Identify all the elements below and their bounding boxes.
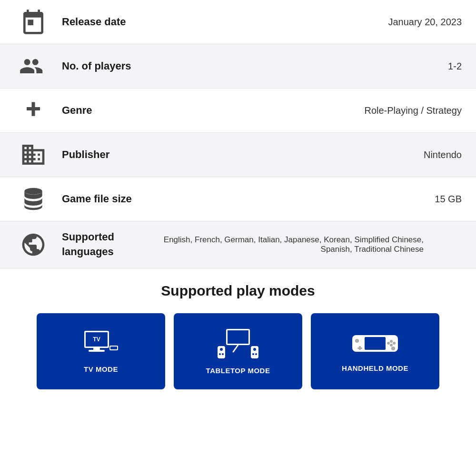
svg-point-28: [390, 344, 393, 347]
num-players-value: 1-2: [262, 61, 462, 72]
svg-point-18: [255, 353, 257, 355]
release-date-value: January 20, 2023: [262, 17, 462, 28]
tv-mode-icon: TV: [82, 329, 120, 359]
handheld-mode-label: HANDHELD MODE: [342, 364, 408, 372]
file-size-label: Game file size: [62, 193, 262, 205]
svg-point-22: [355, 339, 359, 343]
file-size-value: 15 GB: [262, 194, 462, 205]
svg-rect-15: [251, 346, 258, 358]
languages-row: Supported languages English, French, Ger…: [0, 221, 476, 268]
publisher-label: Publisher: [62, 149, 262, 161]
svg-rect-9: [228, 330, 248, 344]
play-modes-section-title: Supported play modes: [0, 268, 476, 308]
genre-value: Role-Playing / Strategy: [262, 105, 462, 116]
svg-rect-4: [89, 350, 105, 352]
svg-point-17: [252, 353, 254, 355]
tabletop-mode-card[interactable]: TABLETOP MODE: [174, 313, 302, 389]
tv-mode-card[interactable]: TV TV MODE: [37, 313, 165, 389]
num-players-label: No. of players: [62, 60, 262, 72]
publisher-icon: [14, 141, 52, 168]
calendar-icon: [14, 9, 52, 35]
handheld-mode-card[interactable]: HANDHELD MODE: [311, 313, 439, 389]
genre-icon: [14, 97, 52, 124]
svg-point-27: [393, 342, 396, 345]
svg-line-10: [233, 345, 238, 352]
tv-mode-label: TV MODE: [84, 365, 118, 373]
publisher-row: Publisher Nintendo: [0, 133, 476, 177]
genre-label: Genre: [62, 104, 262, 117]
handheld-mode-icon: [351, 330, 399, 358]
play-modes-container: TV TV MODE: [0, 308, 476, 408]
genre-row: Genre Role-Playing / Strategy: [0, 89, 476, 133]
svg-point-26: [390, 340, 393, 343]
svg-rect-24: [357, 347, 362, 349]
release-date-row: Release date January 20, 2023: [0, 0, 476, 44]
svg-point-12: [220, 348, 223, 351]
languages-value: English, French, German, Italian, Japane…: [157, 235, 424, 254]
languages-label: Supported languages: [62, 230, 157, 259]
svg-point-0: [24, 188, 42, 195]
svg-rect-7: [110, 347, 117, 349]
tabletop-mode-label: TABLETOP MODE: [206, 367, 270, 375]
svg-point-13: [219, 353, 221, 355]
num-players-row: No. of players 1-2: [0, 44, 476, 89]
svg-point-16: [253, 348, 256, 351]
svg-point-14: [222, 353, 224, 355]
publisher-value: Nintendo: [262, 149, 462, 160]
svg-rect-11: [218, 346, 225, 358]
svg-point-30: [391, 347, 395, 350]
svg-point-29: [387, 342, 390, 345]
release-date-label: Release date: [62, 16, 262, 28]
globe-icon: [14, 231, 52, 258]
filesize-icon: [14, 186, 52, 212]
file-size-row: Game file size 15 GB: [0, 177, 476, 221]
tabletop-mode-icon: [217, 328, 259, 361]
svg-text:TV: TV: [93, 336, 100, 343]
svg-rect-20: [365, 337, 386, 350]
players-icon: [14, 53, 52, 79]
